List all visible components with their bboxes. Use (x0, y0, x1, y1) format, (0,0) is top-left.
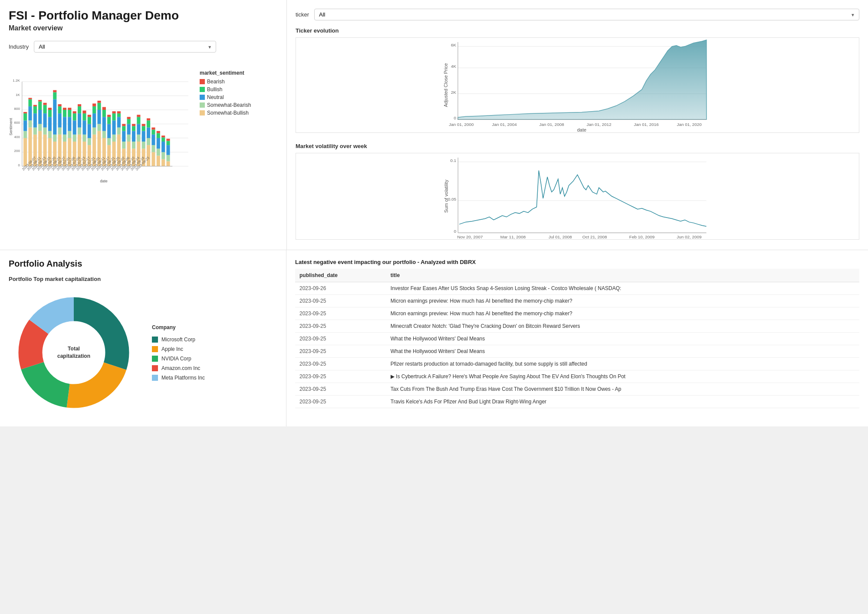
meta-label: Meta Platforms Inc (161, 375, 205, 381)
svg-rect-62 (68, 117, 71, 131)
svg-rect-69 (73, 111, 76, 113)
svg-rect-133 (137, 117, 140, 124)
donut-chart-title: Portfolio Top market capitalization (9, 276, 277, 282)
top-section: FSI - Portfolio Manager Demo Market over… (0, 0, 868, 250)
portfolio-left: Portfolio Analysis Portfolio Top market … (0, 250, 286, 426)
svg-rect-98 (102, 110, 106, 117)
industry-select-wrapper: All Technology Finance Healthcare (34, 41, 216, 53)
amazon-color (152, 365, 158, 371)
svg-rect-96 (102, 131, 106, 138)
svg-rect-38 (43, 105, 47, 113)
neutral-color (200, 95, 205, 100)
svg-rect-16 (23, 131, 27, 138)
svg-text:Jan 01, 2004: Jan 01, 2004 (492, 122, 517, 127)
legend-company-title: Company (152, 324, 205, 330)
svg-text:Sum of volatility: Sum of volatility (444, 179, 449, 213)
svg-rect-129 (132, 124, 135, 126)
svg-text:0: 0 (454, 229, 457, 234)
svg-text:Oct 21, 2008: Oct 21, 2008 (582, 234, 607, 239)
svg-rect-128 (132, 126, 135, 131)
svg-text:Jan 01, 2012: Jan 01, 2012 (586, 122, 611, 127)
svg-rect-139 (142, 124, 145, 126)
svg-rect-138 (142, 126, 145, 131)
industry-filter-label: Industry (9, 43, 29, 50)
legend-somewhat-bullish: Somewhat-Bullish (200, 110, 251, 116)
cell-date: 2023-09-25 (295, 320, 386, 333)
svg-rect-164 (166, 139, 170, 141)
svg-rect-59 (63, 108, 66, 110)
svg-text:date: date (100, 179, 107, 183)
svg-rect-61 (68, 131, 71, 138)
somewhat-bearish-label: Somewhat-Bearish (207, 102, 251, 108)
svg-rect-34 (38, 100, 42, 101)
industry-select[interactable]: All Technology Finance Healthcare (34, 41, 216, 53)
svg-rect-23 (28, 99, 32, 106)
svg-rect-57 (63, 117, 66, 135)
ticker-evolution-section: Ticker evolution 6K 4K 2K 0 Adjusted Clo… (296, 27, 859, 134)
svg-text:400: 400 (14, 135, 20, 139)
legend-neutral: Neutral (200, 94, 251, 100)
svg-rect-152 (157, 138, 160, 149)
legend-somewhat-bearish: Somewhat-Bearish (200, 102, 251, 108)
svg-text:Jan 01, 2000: Jan 01, 2000 (449, 122, 474, 127)
legend-apple: Apple Inc (152, 346, 205, 352)
neutral-label: Neutral (207, 94, 224, 100)
svg-text:Jan 01, 2020: Jan 01, 2020 (677, 122, 702, 127)
svg-rect-81 (88, 138, 91, 145)
svg-rect-39 (43, 103, 47, 105)
donut-area: Total capitalization Company Microsoft C… (9, 287, 277, 418)
svg-text:0.1: 0.1 (450, 158, 457, 163)
svg-rect-143 (147, 120, 150, 127)
svg-rect-144 (147, 118, 150, 120)
svg-rect-29 (33, 105, 37, 106)
svg-rect-66 (73, 135, 76, 142)
svg-rect-158 (161, 137, 165, 142)
nvidia-color (152, 356, 158, 362)
svg-rect-113 (117, 113, 121, 117)
microsoft-label: Microsoft Corp (161, 337, 195, 343)
svg-rect-97 (102, 117, 106, 131)
svg-rect-118 (122, 126, 125, 131)
table-row: 2023-09-25Micron earnings preview: How m… (295, 295, 859, 307)
ticker-select[interactable]: All MSFT AAPL NVDA AMZN META (314, 9, 859, 20)
svg-rect-77 (82, 120, 86, 134)
svg-text:0: 0 (18, 163, 20, 167)
svg-rect-109 (112, 111, 116, 113)
svg-rect-54 (58, 104, 62, 106)
bottom-section: Portfolio Analysis Portfolio Top market … (0, 250, 868, 426)
svg-rect-162 (166, 145, 170, 155)
nvidia-label: NVIDIA Corp (161, 356, 191, 362)
svg-rect-123 (127, 119, 131, 124)
svg-rect-103 (107, 117, 111, 124)
svg-rect-63 (68, 110, 71, 117)
table-row: 2023-09-25Micron earnings preview: How m… (295, 307, 859, 320)
svg-rect-46 (53, 135, 56, 142)
svg-rect-136 (142, 142, 145, 149)
svg-text:Total: Total (68, 346, 80, 352)
sentiment-chart-area: 1.2K 1K 800 600 400 200 0 Sentiment (9, 61, 278, 196)
svg-rect-117 (122, 131, 125, 142)
svg-rect-36 (43, 128, 47, 135)
svg-rect-53 (58, 106, 62, 113)
svg-rect-127 (132, 131, 135, 142)
cell-title: What the Hollywood Writers' Deal Means (386, 333, 859, 345)
legend-bullish: Bullish (200, 86, 251, 92)
cell-title: ▶ Is Cybertruck A Failure? Here's What P… (386, 370, 859, 383)
svg-rect-160 (166, 161, 170, 166)
svg-rect-49 (53, 90, 56, 92)
legend-title: market_sentiment (200, 70, 251, 76)
somewhat-bullish-label: Somewhat-Bullish (207, 110, 249, 116)
svg-rect-121 (127, 135, 131, 142)
bullish-color (200, 87, 205, 92)
svg-rect-82 (88, 124, 91, 138)
sentiment-chart-svg: 1.2K 1K 800 600 400 200 0 Sentiment (9, 61, 195, 196)
svg-text:2K: 2K (451, 90, 457, 95)
volatility-chart-svg: 0.1 0.05 0 Sum of volatility (296, 153, 859, 240)
legend-amazon: Amazon.com Inc (152, 365, 205, 371)
cell-date: 2023-09-25 (295, 396, 386, 408)
svg-rect-155 (161, 159, 165, 166)
svg-rect-153 (157, 133, 160, 138)
svg-rect-73 (78, 106, 81, 113)
svg-rect-131 (137, 135, 140, 142)
portfolio-section-title: Portfolio Analysis (9, 259, 277, 269)
